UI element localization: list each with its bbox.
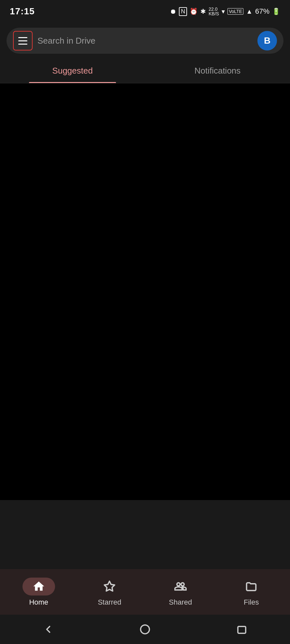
menu-line-3 bbox=[18, 44, 27, 45]
nav-home-label: Home bbox=[29, 598, 48, 607]
nav-shared-label: Shared bbox=[169, 598, 192, 607]
nav-files-label: Files bbox=[244, 598, 259, 607]
back-icon bbox=[42, 623, 54, 635]
menu-button[interactable] bbox=[13, 31, 33, 50]
folder-icon bbox=[245, 580, 257, 593]
menu-line-2 bbox=[18, 40, 27, 41]
search-bar-container: Search in Drive B bbox=[0, 23, 290, 59]
files-icon-container bbox=[235, 578, 268, 595]
star-icon bbox=[103, 580, 116, 593]
bottom-nav: Home Starred Shared Files bbox=[0, 569, 290, 615]
nav-shared[interactable]: Shared bbox=[158, 578, 203, 607]
shared-icon-container bbox=[164, 578, 197, 595]
search-placeholder[interactable]: Search in Drive bbox=[37, 36, 253, 46]
search-bar[interactable]: Search in Drive B bbox=[7, 28, 283, 54]
volte-icon: VoLTE bbox=[227, 8, 243, 15]
status-time: 17:15 bbox=[10, 6, 35, 17]
svg-marker-0 bbox=[104, 581, 115, 591]
system-nav-bar bbox=[0, 615, 290, 644]
speed-icon: 22.0KB/S bbox=[209, 7, 219, 16]
nav-home[interactable]: Home bbox=[16, 578, 62, 607]
alarm-icon: ⏰ bbox=[190, 7, 198, 15]
people-icon bbox=[174, 580, 187, 593]
record-icon: ⏺ bbox=[170, 8, 176, 15]
recents-icon bbox=[236, 623, 248, 635]
main-content bbox=[0, 83, 290, 500]
nav-files[interactable]: Files bbox=[228, 578, 274, 607]
svg-rect-2 bbox=[238, 626, 246, 633]
battery-icon: 🔋 bbox=[272, 7, 280, 15]
menu-line-1 bbox=[18, 37, 27, 38]
home-circle-icon bbox=[139, 623, 151, 635]
wifi-icon: ▾ bbox=[222, 7, 225, 15]
battery-level: 67% bbox=[255, 7, 269, 16]
home-icon bbox=[32, 580, 45, 593]
status-icons: ⏺ N ⏰ ✱ 22.0KB/S ▾ VoLTE ▲ 67% 🔋 bbox=[170, 7, 280, 16]
back-button[interactable] bbox=[40, 621, 56, 637]
nav-starred-label: Starred bbox=[98, 598, 121, 607]
user-avatar[interactable]: B bbox=[257, 31, 277, 50]
starred-icon-container bbox=[93, 578, 126, 595]
home-icon-container bbox=[22, 578, 55, 595]
home-nav-button[interactable] bbox=[137, 621, 153, 637]
status-bar: 17:15 ⏺ N ⏰ ✱ 22.0KB/S ▾ VoLTE ▲ 67% 🔋 bbox=[0, 0, 290, 23]
content-area bbox=[34, 83, 256, 500]
nfc-icon: N bbox=[179, 7, 187, 16]
signal-icon: ▲ bbox=[246, 8, 253, 15]
tabs-container: Suggested Notifications bbox=[0, 59, 290, 83]
tab-suggested[interactable]: Suggested bbox=[0, 59, 145, 83]
svg-point-1 bbox=[140, 625, 149, 634]
bluetooth-icon: ✱ bbox=[200, 7, 206, 15]
tab-notifications[interactable]: Notifications bbox=[145, 59, 290, 83]
recents-button[interactable] bbox=[234, 621, 250, 637]
nav-starred[interactable]: Starred bbox=[87, 578, 132, 607]
